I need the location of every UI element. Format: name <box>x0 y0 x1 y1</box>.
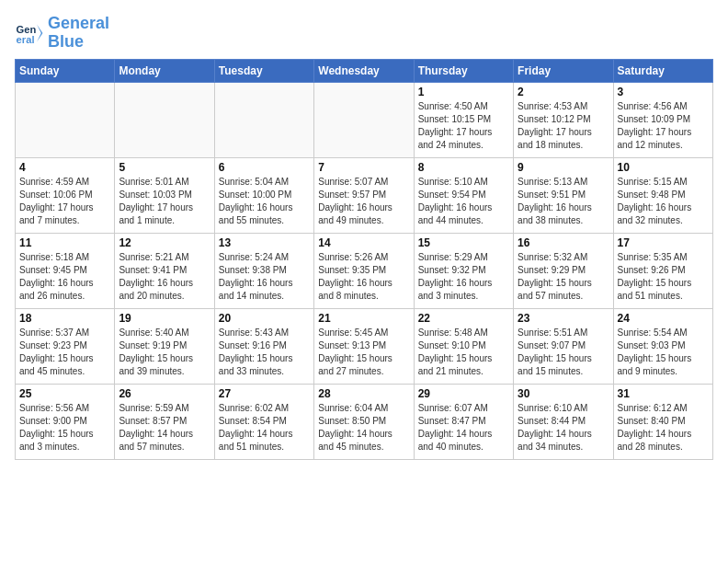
weekday-label: Tuesday <box>214 59 313 82</box>
calendar-cell: 31Sunrise: 6:12 AMSunset: 8:40 PMDayligh… <box>613 384 712 459</box>
day-info: Sunrise: 5:26 AMSunset: 9:35 PMDaylight:… <box>318 251 409 303</box>
day-number: 12 <box>119 236 210 249</box>
day-info: Sunrise: 5:07 AMSunset: 9:57 PMDaylight:… <box>318 176 409 227</box>
day-number: 19 <box>119 312 210 325</box>
calendar-cell <box>16 82 115 157</box>
day-number: 4 <box>19 161 110 174</box>
day-info: Sunrise: 5:18 AMSunset: 9:45 PMDaylight:… <box>19 251 110 303</box>
calendar-cell: 16Sunrise: 5:32 AMSunset: 9:29 PMDayligh… <box>514 233 613 308</box>
day-number: 24 <box>618 312 709 325</box>
day-info: Sunrise: 6:04 AMSunset: 8:50 PMDaylight:… <box>318 402 409 454</box>
day-number: 29 <box>418 387 509 400</box>
calendar-cell: 20Sunrise: 5:43 AMSunset: 9:16 PMDayligh… <box>214 308 313 384</box>
calendar-cell: 25Sunrise: 5:56 AMSunset: 9:00 PMDayligh… <box>16 384 115 459</box>
calendar-cell: 12Sunrise: 5:21 AMSunset: 9:41 PMDayligh… <box>115 233 214 308</box>
calendar-cell <box>214 82 313 157</box>
calendar-cell: 5Sunrise: 5:01 AMSunset: 10:03 PMDayligh… <box>115 157 214 233</box>
day-number: 16 <box>518 236 609 249</box>
day-info: Sunrise: 5:15 AMSunset: 9:48 PMDaylight:… <box>618 176 709 227</box>
calendar-cell: 29Sunrise: 6:07 AMSunset: 8:47 PMDayligh… <box>414 384 513 459</box>
calendar-cell: 27Sunrise: 6:02 AMSunset: 8:54 PMDayligh… <box>214 384 313 459</box>
calendar-cell: 8Sunrise: 5:10 AMSunset: 9:54 PMDaylight… <box>414 157 513 233</box>
day-number: 1 <box>418 86 509 98</box>
calendar-cell: 19Sunrise: 5:40 AMSunset: 9:19 PMDayligh… <box>115 308 214 384</box>
weekday-label: Wednesday <box>314 59 414 82</box>
calendar-cell: 4Sunrise: 4:59 AMSunset: 10:06 PMDayligh… <box>16 157 115 233</box>
day-number: 28 <box>318 387 409 400</box>
calendar-cell: 14Sunrise: 5:26 AMSunset: 9:35 PMDayligh… <box>314 233 414 308</box>
calendar-cell: 9Sunrise: 5:13 AMSunset: 9:51 PMDaylight… <box>514 157 613 233</box>
day-info: Sunrise: 5:13 AMSunset: 9:51 PMDaylight:… <box>518 176 609 227</box>
day-number: 20 <box>219 312 310 325</box>
day-info: Sunrise: 5:48 AMSunset: 9:10 PMDaylight:… <box>418 327 509 378</box>
day-info: Sunrise: 5:56 AMSunset: 9:00 PMDaylight:… <box>19 402 110 454</box>
day-info: Sunrise: 6:02 AMSunset: 8:54 PMDaylight:… <box>219 402 310 454</box>
weekday-label: Saturday <box>613 59 712 82</box>
day-info: Sunrise: 5:37 AMSunset: 9:23 PMDaylight:… <box>19 327 110 378</box>
day-info: Sunrise: 5:21 AMSunset: 9:41 PMDaylight:… <box>119 251 210 303</box>
calendar-cell: 10Sunrise: 5:15 AMSunset: 9:48 PMDayligh… <box>613 157 712 233</box>
week-row: 1Sunrise: 4:50 AMSunset: 10:15 PMDayligh… <box>16 82 713 157</box>
calendar-cell: 6Sunrise: 5:04 AMSunset: 10:00 PMDayligh… <box>214 157 313 233</box>
calendar-cell <box>314 82 414 157</box>
calendar-cell: 13Sunrise: 5:24 AMSunset: 9:38 PMDayligh… <box>214 233 313 308</box>
day-info: Sunrise: 5:10 AMSunset: 9:54 PMDaylight:… <box>418 176 509 227</box>
day-number: 18 <box>19 312 110 325</box>
calendar-cell: 24Sunrise: 5:54 AMSunset: 9:03 PMDayligh… <box>613 308 712 384</box>
day-number: 3 <box>618 86 709 98</box>
day-info: Sunrise: 5:35 AMSunset: 9:26 PMDaylight:… <box>618 251 709 303</box>
calendar-cell: 23Sunrise: 5:51 AMSunset: 9:07 PMDayligh… <box>514 308 613 384</box>
day-info: Sunrise: 5:45 AMSunset: 9:13 PMDaylight:… <box>318 327 409 378</box>
week-row: 11Sunrise: 5:18 AMSunset: 9:45 PMDayligh… <box>16 233 713 308</box>
day-info: Sunrise: 5:24 AMSunset: 9:38 PMDaylight:… <box>219 251 310 303</box>
week-row: 25Sunrise: 5:56 AMSunset: 9:00 PMDayligh… <box>16 384 713 459</box>
calendar-cell: 22Sunrise: 5:48 AMSunset: 9:10 PMDayligh… <box>414 308 513 384</box>
week-row: 4Sunrise: 4:59 AMSunset: 10:06 PMDayligh… <box>16 157 713 233</box>
day-number: 23 <box>518 312 609 325</box>
day-info: Sunrise: 6:10 AMSunset: 8:44 PMDaylight:… <box>518 402 609 454</box>
week-row: 18Sunrise: 5:37 AMSunset: 9:23 PMDayligh… <box>16 308 713 384</box>
day-number: 26 <box>119 387 210 400</box>
day-number: 5 <box>119 161 210 174</box>
day-number: 30 <box>518 387 609 400</box>
page-header: Gen eral General Blue <box>15 15 713 52</box>
calendar-cell: 28Sunrise: 6:04 AMSunset: 8:50 PMDayligh… <box>314 384 414 459</box>
day-number: 14 <box>318 236 409 249</box>
day-number: 22 <box>418 312 509 325</box>
day-number: 10 <box>618 161 709 174</box>
day-number: 25 <box>19 387 110 400</box>
svg-text:Gen: Gen <box>17 24 37 35</box>
day-info: Sunrise: 5:51 AMSunset: 9:07 PMDaylight:… <box>518 327 609 378</box>
calendar-cell: 1Sunrise: 4:50 AMSunset: 10:15 PMDayligh… <box>414 82 513 157</box>
calendar-cell: 17Sunrise: 5:35 AMSunset: 9:26 PMDayligh… <box>613 233 712 308</box>
day-info: Sunrise: 5:04 AMSunset: 10:00 PMDaylight… <box>219 176 310 227</box>
svg-text:eral: eral <box>17 34 35 45</box>
day-number: 8 <box>418 161 509 174</box>
day-number: 13 <box>219 236 310 249</box>
day-number: 2 <box>518 86 609 98</box>
day-number: 9 <box>518 161 609 174</box>
logo: Gen eral General Blue <box>15 15 109 52</box>
day-info: Sunrise: 5:01 AMSunset: 10:03 PMDaylight… <box>119 176 210 227</box>
day-number: 21 <box>318 312 409 325</box>
day-number: 7 <box>318 161 409 174</box>
day-number: 27 <box>219 387 310 400</box>
weekday-label: Friday <box>514 59 613 82</box>
day-number: 11 <box>19 236 110 249</box>
day-info: Sunrise: 4:53 AMSunset: 10:12 PMDaylight… <box>518 100 609 152</box>
calendar-cell: 15Sunrise: 5:29 AMSunset: 9:32 PMDayligh… <box>414 233 513 308</box>
day-number: 6 <box>219 161 310 174</box>
calendar-cell: 26Sunrise: 5:59 AMSunset: 8:57 PMDayligh… <box>115 384 214 459</box>
day-info: Sunrise: 5:43 AMSunset: 9:16 PMDaylight:… <box>219 327 310 378</box>
calendar-cell: 18Sunrise: 5:37 AMSunset: 9:23 PMDayligh… <box>16 308 115 384</box>
calendar-table: SundayMondayTuesdayWednesdayThursdayFrid… <box>15 59 713 460</box>
calendar-cell: 30Sunrise: 6:10 AMSunset: 8:44 PMDayligh… <box>514 384 613 459</box>
calendar-cell: 21Sunrise: 5:45 AMSunset: 9:13 PMDayligh… <box>314 308 414 384</box>
day-number: 31 <box>618 387 709 400</box>
weekday-label: Sunday <box>16 59 115 82</box>
day-info: Sunrise: 4:56 AMSunset: 10:09 PMDaylight… <box>618 100 709 152</box>
logo-icon: Gen eral <box>15 18 44 48</box>
calendar-cell: 3Sunrise: 4:56 AMSunset: 10:09 PMDayligh… <box>613 82 712 157</box>
day-info: Sunrise: 5:29 AMSunset: 9:32 PMDaylight:… <box>418 251 509 303</box>
day-info: Sunrise: 6:07 AMSunset: 8:47 PMDaylight:… <box>418 402 509 454</box>
